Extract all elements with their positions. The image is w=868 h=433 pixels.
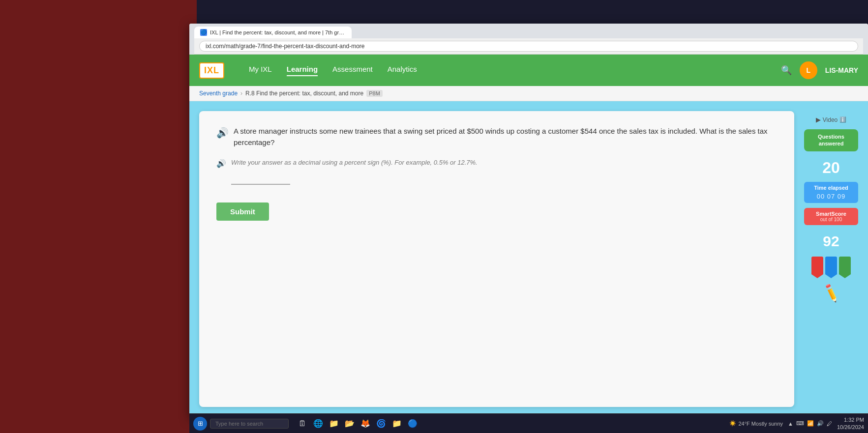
browser-window: 🔵 IXL | Find the percent: tax, discount,… [189,24,868,417]
sys-icon-2: ⌨ [796,420,804,427]
taskbar: ⊞ 🗓 🌐 📁 📂 🦊 🌀 📁 🔵 ☀️ 24°F Mostly sunny ▲… [189,413,868,433]
breadcrumb-grade[interactable]: Seventh grade [199,90,238,97]
page-content: IXL My IXL Learning Assessment Analytics… [189,55,868,417]
nav-links: My IXL Learning Assessment Analytics [249,65,417,76]
ribbon-red [811,257,823,274]
taskbar-time-value: 1:32 PM [837,416,864,423]
browser-chrome: 🔵 IXL | Find the percent: tax, discount,… [189,24,868,55]
taskbar-weather: ☀️ 24°F Mostly sunny [729,420,783,427]
tab-title: IXL | Find the percent: tax, discount, a… [210,29,346,35]
smartscore-sublabel: out of 100 [810,217,852,222]
exercise-card: 🔊 A store manager instructs some new tra… [199,111,794,407]
nav-analytics[interactable]: Analytics [388,65,417,76]
submit-button[interactable]: Submit [216,202,269,221]
instruction-row: 🔊 Write your answer as a decimal using a… [216,158,777,185]
time-display: 00 07 09 [810,193,852,200]
weather-text: 24°F Mostly sunny [738,421,783,427]
video-icon: ▶ [816,116,821,123]
video-button[interactable]: ▶ Video ℹ️ [816,116,846,123]
sys-icon-5: 🖊 [827,421,832,427]
taskbar-clock: 1:32 PM 10/26/2024 [837,416,864,431]
start-button[interactable]: ⊞ [193,417,207,431]
answer-input[interactable] [231,172,290,185]
browser-tab[interactable]: 🔵 IXL | Find the percent: tax, discount,… [194,27,352,38]
nav-assessment[interactable]: Assessment [332,65,373,76]
time-elapsed-label: Time elapsed [810,185,852,191]
breadcrumb-tag: P8M [366,90,383,97]
address-input[interactable] [199,41,858,52]
user-initials: L [807,66,811,74]
nav-learning[interactable]: Learning [287,65,318,76]
speaker-icon[interactable]: 🔊 [216,127,229,139]
nav-my-ixl[interactable]: My IXL [249,65,272,76]
taskbar-icon-1[interactable]: 🗓 [296,417,309,431]
video-label: Video [823,116,838,123]
address-bar [194,38,863,55]
smartscore-label: SmartScore [810,211,852,217]
user-avatar[interactable]: L [800,61,817,79]
pencil-icon[interactable]: ✏️ [820,283,842,304]
right-sidebar: ▶ Video ℹ️ Questions answered 20 Time el… [804,111,858,407]
weather-icon: ☀️ [729,420,736,427]
time-elapsed-card: Time elapsed 00 07 09 [804,182,858,203]
ixl-logo[interactable]: IXL [199,62,224,79]
smartscore-card: SmartScore out of 100 [804,208,858,225]
logo-x: X [207,65,213,75]
taskbar-right: ☀️ 24°F Mostly sunny ▲ ⌨ 📶 🔊 🖊 1:32 PM 1… [729,416,864,431]
sys-icon-1: ▲ [788,421,793,427]
search-icon[interactable]: 🔍 [781,65,792,76]
taskbar-icon-2[interactable]: 🌐 [311,417,325,431]
exercise-area: 🔊 A store manager instructs some new tra… [189,101,868,417]
taskbar-icon-7[interactable]: 📁 [390,417,404,431]
desktop-background [0,0,197,433]
tab-bar: 🔵 IXL | Find the percent: tax, discount,… [194,27,863,38]
questions-answered-card: Questions answered [804,129,858,151]
breadcrumb: Seventh grade › R.8 Find the percent: ta… [189,86,868,101]
ribbon-green [839,257,851,274]
taskbar-icon-5[interactable]: 🦊 [359,417,372,431]
video-info-icon: ℹ️ [839,116,846,123]
breadcrumb-skill: R.8 Find the percent: tax, discount, and… [245,90,363,97]
speaker-icon-2[interactable]: 🔊 [216,159,226,168]
taskbar-sys-icons: ▲ ⌨ 📶 🔊 🖊 [788,420,832,427]
sys-icon-3: 📶 [807,420,814,427]
logo-l: L [213,65,219,75]
ixl-header: IXL My IXL Learning Assessment Analytics… [189,55,868,86]
taskbar-icon-3[interactable]: 📁 [327,417,341,431]
ribbons-container [811,257,851,274]
ribbon-blue [825,257,837,274]
instruction-text: Write your answer as a decimal using a p… [231,158,478,168]
question-row: 🔊 A store manager instructs some new tra… [216,126,777,148]
breadcrumb-separator: › [240,90,242,97]
tab-favicon: 🔵 [200,29,207,36]
taskbar-date-value: 10/26/2024 [837,424,864,431]
question-text: A store manager instructs some new train… [234,126,777,148]
questions-answered-value: 20 [822,158,840,177]
nav-right: 🔍 L LIS-MARY [781,61,858,79]
taskbar-icon-ie[interactable]: 🔵 [406,417,419,431]
taskbar-icon-6[interactable]: 🌀 [374,417,388,431]
user-name: LIS-MARY [825,66,858,74]
sys-icon-4: 🔊 [817,420,824,427]
taskbar-icons: 🗓 🌐 📁 📂 🦊 🌀 📁 🔵 [296,417,419,431]
taskbar-icon-4[interactable]: 📂 [343,417,357,431]
smartscore-value: 92 [823,233,839,250]
questions-answered-label: Questions answered [811,133,851,147]
taskbar-search-input[interactable] [210,419,289,429]
